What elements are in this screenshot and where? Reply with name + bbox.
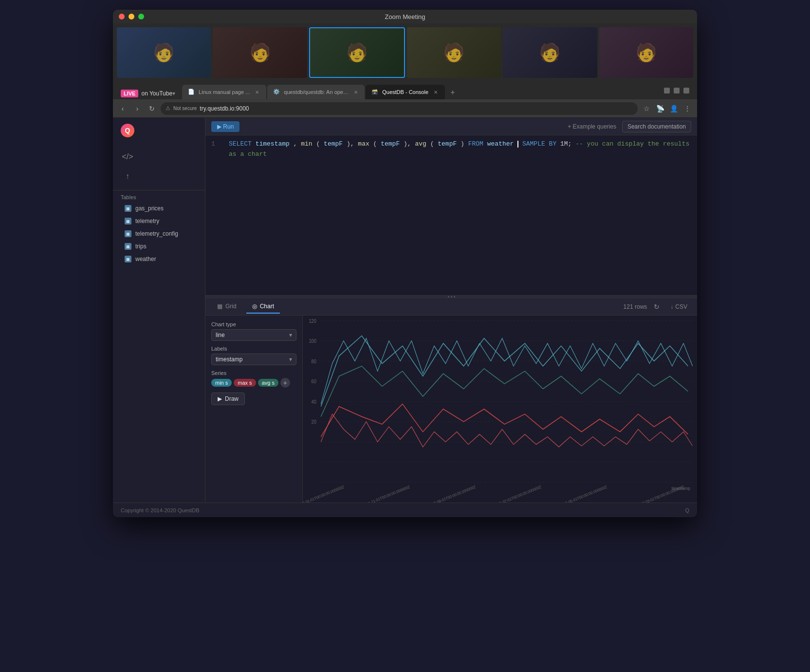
back-button[interactable]: ‹ (117, 103, 129, 114)
sidebar-item-telemetry[interactable]: ▦ telemetry (117, 215, 201, 227)
run-button[interactable]: ▶ Run (211, 121, 239, 132)
add-series-button[interactable]: + (280, 378, 290, 388)
tab-questdb-console[interactable]: 🗃️ QuestDB - Console ✕ (366, 85, 445, 99)
chart-type-value: line (216, 332, 225, 338)
sidebar-item-trips[interactable]: ▦ trips (117, 241, 201, 252)
forward-button[interactable]: › (131, 103, 143, 114)
traffic-lights (119, 14, 144, 19)
not-secure-label: Not secure (173, 106, 197, 111)
live-channel: on YouTube (141, 90, 172, 97)
series-chip-min[interactable]: min s (211, 379, 232, 387)
maximize-button[interactable] (138, 14, 144, 19)
menu-button[interactable]: ⋮ (681, 103, 693, 114)
chart-type-label: Chart type (211, 321, 296, 327)
tab-close-github[interactable]: ✕ (353, 89, 359, 95)
tab-grid[interactable]: ▦ Grid (211, 300, 242, 314)
code-icon: </> (122, 152, 133, 161)
func-min: min (301, 140, 312, 148)
code-paren6: ) (460, 140, 468, 148)
tab-bar: LIVE on YouTube ▾ 📄 Linux manual page ..… (113, 82, 697, 99)
nav-icon-import[interactable]: ↑ (119, 168, 136, 185)
search-docs-button[interactable]: Search documentation (622, 121, 691, 132)
new-tab-button[interactable]: + (446, 86, 460, 99)
sidebar-logo: Q (113, 118, 205, 143)
participant-video-1: 🧑 (117, 27, 211, 78)
participant-avatar-4: 🧑 (407, 27, 501, 78)
window-title: Zoom Meeting (385, 13, 425, 20)
code-paren1: ( (316, 140, 320, 148)
close-win-btn[interactable] (683, 88, 689, 93)
close-button[interactable] (119, 14, 125, 19)
cast-button[interactable]: 📡 (654, 103, 666, 114)
code-paren5: ( (430, 140, 434, 148)
table-icon-weather: ▦ (125, 256, 131, 262)
tables-label: Tables (121, 194, 136, 200)
draw-button[interactable]: ▶ Draw (211, 392, 245, 405)
bookmark-button[interactable]: ☆ (641, 103, 652, 114)
col-tempf2: tempF (381, 140, 400, 148)
participant-avatar-3: 🧑 (310, 28, 404, 77)
import-icon: ↑ (126, 172, 129, 181)
keyword-sample: SAMPLE BY (522, 140, 556, 148)
tab-label-console: QuestDB - Console (382, 89, 428, 95)
address-bar-row: ‹ › ↻ ⚠ Not secure try.questdb.io:9000 ☆… (113, 99, 697, 118)
chart-type-select[interactable]: line ▾ (211, 329, 296, 341)
security-icon: ⚠ (166, 105, 170, 112)
table-icon-telemetry-config: ▦ (125, 230, 131, 237)
questdb-logo-icon: Q (121, 124, 134, 137)
live-section: LIVE on YouTube ▾ (117, 88, 179, 99)
table-icon-trips: ▦ (125, 243, 131, 250)
nav-icon-code[interactable]: </> (119, 148, 136, 166)
sidebar-tables-section: Tables (113, 190, 205, 202)
browser-chrome: LIVE on YouTube ▾ 📄 Linux manual page ..… (113, 82, 697, 118)
chart-labels-select[interactable]: timestamp ▾ (211, 354, 296, 365)
participant-video-3: 🧑 (309, 27, 405, 78)
participant-video-6: 🧑 (599, 27, 693, 78)
tab-favicon-linux: 📄 (188, 89, 195, 95)
series-chip-max[interactable]: max s (234, 379, 256, 387)
code-editor[interactable]: 1 SELECT timestamp , min ( tempF ), max … (205, 135, 697, 295)
sidebar-item-weather[interactable]: ▦ weather (117, 253, 201, 265)
main-area: ▶ Run + Example queries Search documenta… (205, 118, 697, 503)
table-icon-gas-prices: ▦ (125, 205, 131, 212)
code-paren2: ), (347, 140, 358, 148)
live-dropdown-arrow[interactable]: ▾ (172, 90, 175, 97)
tab-favicon-github: ⚙️ (273, 89, 280, 95)
tab-close-console[interactable]: ✕ (432, 89, 439, 95)
code-line-1: 1 SELECT timestamp , min ( tempF ), max … (211, 139, 691, 160)
live-badge: LIVE (121, 90, 138, 97)
sidebar-icon-nav: </> ↑ (113, 143, 205, 190)
tab-linux[interactable]: 📄 Linux manual page ... ✕ (182, 85, 266, 99)
chart-area: 120 100 80 60 40 20 (303, 316, 697, 503)
sidebar-item-gas-prices[interactable]: ▦ gas_prices (117, 203, 201, 214)
series-chip-avg[interactable]: avg s (258, 379, 278, 387)
csv-download-button[interactable]: ↓ CSV (666, 302, 691, 311)
sidebar: Q </> ↑ Tables ▦ gas_prices ▦ telemetry (113, 118, 205, 503)
col-timestamp: timestamp (256, 140, 290, 148)
tab-chart[interactable]: ◎ Chart (246, 300, 280, 314)
sidebar-item-telemetry-config[interactable]: ▦ telemetry_config (117, 228, 201, 240)
minimize-win-btn[interactable] (664, 88, 670, 93)
tab-label-linux: Linux manual page ... (199, 89, 250, 95)
editor-toolbar: ▶ Run + Example queries Search documenta… (205, 118, 697, 135)
reload-button[interactable]: ↻ (146, 103, 158, 114)
tab-label-github: questdb/questdb: An open sou... (284, 89, 349, 95)
resize-dot-3 (454, 296, 455, 298)
minimize-button[interactable] (129, 14, 134, 19)
svg-text:120: 120 (309, 318, 316, 324)
browser-footer: Copyright © 2014-2020 QuestDB Q (113, 503, 697, 517)
tab-questdb-github[interactable]: ⚙️ questdb/questdb: An open sou... ✕ (267, 85, 365, 99)
example-queries-button[interactable]: + Example queries (568, 123, 616, 130)
participant-avatar-6: 🧑 (599, 27, 693, 78)
address-bar[interactable]: ⚠ Not secure try.questdb.io:9000 (161, 102, 638, 115)
code-sample-val: 1M; (560, 140, 575, 148)
user-button[interactable]: 👤 (668, 103, 680, 114)
refresh-button[interactable]: ↻ (651, 301, 663, 313)
keyword-from: FROM (468, 140, 483, 148)
code-comma1: , (294, 140, 301, 148)
restore-win-btn[interactable] (674, 88, 680, 93)
participant-video-2: 🧑 (213, 27, 307, 78)
tab-close-linux[interactable]: ✕ (254, 89, 260, 95)
download-icon: ↓ (670, 303, 673, 310)
title-bar: Zoom Meeting (113, 10, 697, 23)
